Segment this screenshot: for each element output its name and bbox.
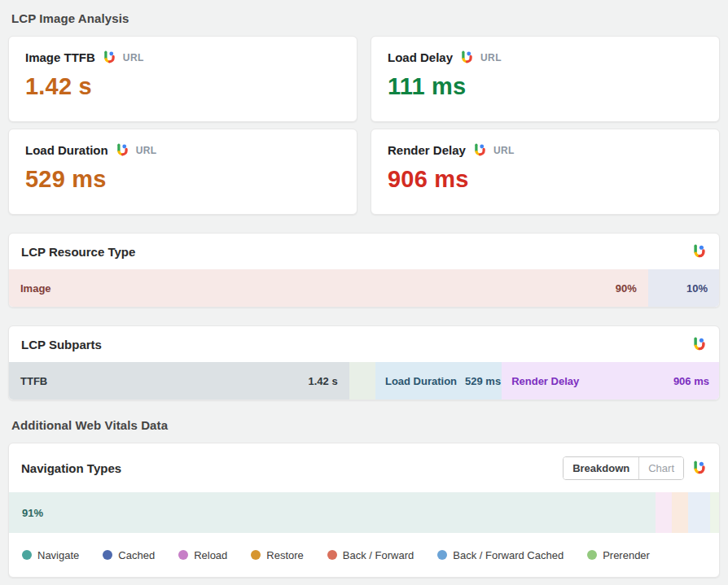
back-forward-dot-icon	[327, 550, 337, 560]
source-badge-url: URL	[493, 145, 515, 156]
segment-label: Load Duration	[385, 375, 457, 387]
segment-value: 10%	[686, 282, 708, 295]
metric-card-grid: Image TTFB URL 1.42 s Load Delay	[8, 36, 720, 215]
chart-toggle-button[interactable]: Chart	[638, 457, 683, 479]
card-title: LCP Subparts	[21, 338, 102, 351]
card-title: Navigation Types	[21, 461, 121, 475]
legend-label: Back / Forward Cached	[453, 549, 564, 561]
nav-seg-restore	[672, 492, 687, 533]
lcp-subparts-card: LCP Subparts TTFB 1.42 s Load Duration 5…	[8, 325, 720, 400]
metric-card-header: Image TTFB URL	[25, 50, 340, 64]
subpart-seg-load-duration: Load Duration 529 ms	[375, 362, 502, 399]
segment-value: 906 ms	[673, 375, 709, 387]
subpart-seg-load-delay	[349, 362, 375, 399]
resource-seg-other: 10%	[648, 269, 719, 307]
metric-card-header: Load Duration URL	[25, 143, 340, 157]
crux-icon	[692, 461, 707, 475]
source-badge-url: URL	[480, 52, 502, 63]
resource-type-bar: Image 90% 10%	[9, 269, 719, 307]
card-header: LCP Subparts	[9, 326, 719, 362]
metric-card-header: Load Delay URL	[388, 50, 703, 64]
crux-icon	[692, 337, 707, 351]
metric-title: Load Duration	[25, 143, 108, 157]
subparts-bar: TTFB 1.42 s Load Duration 529 ms Render …	[9, 362, 719, 399]
legend-label: Back / Forward	[343, 549, 414, 561]
metric-title: Image TTFB	[25, 50, 95, 64]
metric-card-image-ttfb: Image TTFB URL 1.42 s	[8, 36, 357, 122]
crux-icon	[116, 143, 129, 157]
legend-label: Reload	[194, 549, 227, 561]
metric-title: Load Delay	[388, 50, 453, 64]
legend-item-back-forward: Back / Forward	[327, 549, 414, 561]
segment-label: Render Delay	[511, 375, 579, 387]
legend-item-prerender: Prerender	[587, 549, 650, 561]
metric-value: 1.42 s	[25, 73, 340, 100]
lcp-resource-type-card: LCP Resource Type Image 90% 10%	[8, 233, 720, 308]
metric-card-load-delay: Load Delay URL 111 ms	[371, 36, 720, 122]
legend-label: Navigate	[37, 549, 79, 561]
legend-item-restore: Restore	[251, 549, 304, 561]
legend-item-back-forward-cached: Back / Forward Cached	[437, 549, 564, 561]
metric-card-load-duration: Load Duration URL 529 ms	[8, 129, 357, 215]
metric-card-header: Render Delay URL	[388, 143, 703, 157]
segment-label: TTFB	[20, 375, 47, 387]
web-vitals-dashboard: LCP Image Analysis Image TTFB URL 1.42 s	[0, 0, 728, 585]
segment-label: Image	[20, 282, 51, 295]
nav-seg-prerender	[710, 492, 719, 533]
nav-seg-back-forward-cached	[688, 492, 710, 533]
view-toggle-group: Breakdown Chart	[563, 456, 684, 480]
subpart-seg-ttfb: TTFB 1.42 s	[9, 362, 349, 399]
metric-title: Render Delay	[388, 143, 466, 157]
resource-seg-image: Image 90%	[9, 269, 648, 307]
legend-label: Prerender	[603, 549, 650, 561]
segment-value: 1.42 s	[309, 375, 338, 387]
section-heading-lcp-image-analysis: LCP Image Analysis	[11, 11, 717, 25]
legend-label: Restore	[266, 549, 304, 561]
back-forward-cached-dot-icon	[437, 550, 447, 560]
segment-value: 529 ms	[465, 375, 501, 387]
nav-seg-navigate: 91%	[9, 492, 656, 533]
crux-icon	[473, 143, 487, 157]
navigation-types-bar: 91%	[9, 492, 719, 533]
legend-item-cached: Cached	[103, 549, 155, 561]
prerender-dot-icon	[587, 550, 597, 560]
legend-label: Cached	[118, 549, 155, 561]
source-badge-url: URL	[136, 145, 157, 156]
source-badge-url: URL	[123, 52, 144, 63]
breakdown-toggle-button[interactable]: Breakdown	[564, 457, 638, 479]
metric-card-render-delay: Render Delay URL 906 ms	[371, 129, 720, 215]
restore-dot-icon	[251, 550, 261, 560]
nav-seg-reload	[656, 492, 673, 533]
metric-value: 111 ms	[388, 73, 703, 100]
card-header: LCP Resource Type	[9, 234, 719, 269]
metric-value: 906 ms	[388, 166, 703, 193]
subpart-seg-render-delay: Render Delay 906 ms	[502, 362, 719, 399]
legend-item-reload: Reload	[178, 549, 227, 561]
segment-value: 90%	[616, 282, 637, 295]
card-header: Navigation Types Breakdown Chart	[9, 443, 719, 492]
segment-label: 91%	[22, 507, 43, 519]
card-title: LCP Resource Type	[21, 245, 135, 259]
legend-item-navigate: Navigate	[22, 549, 79, 561]
reload-dot-icon	[178, 550, 188, 560]
crux-icon	[460, 50, 474, 64]
cached-dot-icon	[103, 550, 112, 560]
navigate-dot-icon	[22, 550, 32, 560]
crux-icon	[692, 244, 707, 259]
crux-icon	[103, 50, 116, 64]
navigation-types-legend: Navigate Cached Reload Restore Back / Fo…	[9, 533, 719, 577]
metric-value: 529 ms	[25, 166, 340, 193]
section-heading-additional-web-vitals: Additional Web Vitals Data	[11, 418, 717, 432]
navigation-types-card: Navigation Types Breakdown Chart 91%	[8, 443, 720, 578]
